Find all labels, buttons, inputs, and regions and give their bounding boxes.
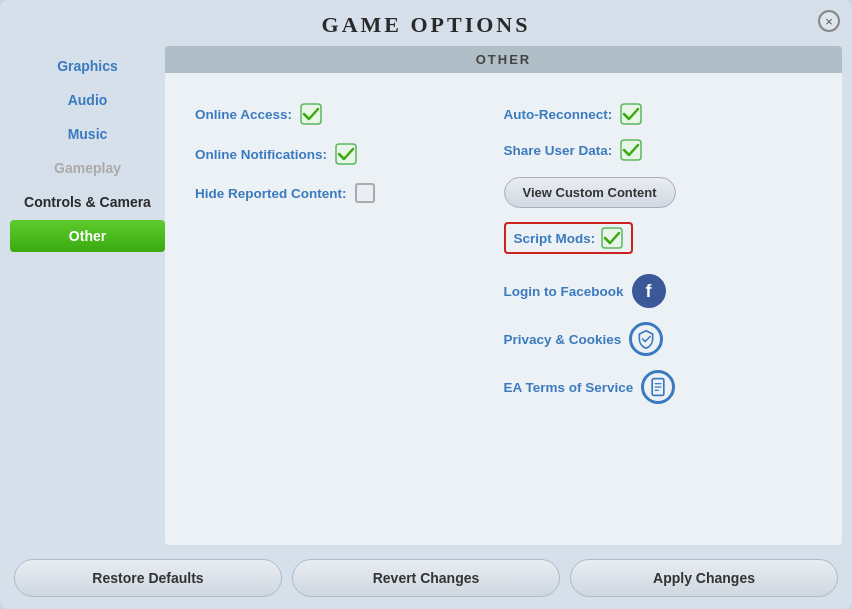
auto-reconnect-checkbox[interactable] — [620, 103, 642, 125]
revert-changes-button[interactable]: Revert Changes — [292, 559, 560, 597]
terms-row: EA Terms of Service — [504, 370, 813, 404]
login-facebook-label: Login to Facebook — [504, 284, 624, 299]
apply-changes-button[interactable]: Apply Changes — [570, 559, 838, 597]
main-layout: Graphics Audio Music Gameplay Controls &… — [10, 46, 842, 549]
view-custom-content-button[interactable]: View Custom Content — [504, 177, 676, 208]
share-user-data-checkbox[interactable] — [620, 139, 642, 161]
online-notifications-label: Online Notifications: — [195, 147, 327, 162]
title-bar: Game Options × — [0, 0, 852, 46]
privacy-label: Privacy & Cookies — [504, 332, 622, 347]
auto-reconnect-row: Auto-Reconnect: — [504, 103, 813, 125]
share-user-data-check-icon — [620, 139, 642, 161]
online-access-check-icon — [300, 103, 322, 125]
online-notifications-check-icon — [335, 143, 357, 165]
auto-reconnect-check-icon — [620, 103, 642, 125]
game-options-window: Game Options × Graphics Audio Music Game… — [0, 0, 852, 609]
script-mods-label: Script Mods: — [514, 231, 596, 246]
document-icon[interactable] — [641, 370, 675, 404]
left-column: Online Access: Online Notifications: — [195, 93, 504, 525]
script-mods-check-icon — [601, 227, 623, 249]
doc-icon — [648, 377, 668, 397]
terms-label: EA Terms of Service — [504, 380, 634, 395]
sidebar-item-music[interactable]: Music — [10, 118, 165, 150]
online-access-label: Online Access: — [195, 107, 292, 122]
share-user-data-label: Share User Data: — [504, 143, 613, 158]
sidebar: Graphics Audio Music Gameplay Controls &… — [10, 46, 165, 549]
shield-check-icon — [636, 329, 656, 349]
privacy-shield-icon[interactable] — [629, 322, 663, 356]
share-user-data-row: Share User Data: — [504, 139, 813, 161]
content-area: Other Online Access: — [165, 46, 842, 545]
options-columns: Online Access: Online Notifications: — [195, 93, 812, 525]
login-facebook-row: Login to Facebook f — [504, 274, 813, 308]
auto-reconnect-label: Auto-Reconnect: — [504, 107, 613, 122]
bottom-bar: Restore Defaults Revert Changes Apply Ch… — [0, 549, 852, 609]
sidebar-item-other[interactable]: Other — [10, 220, 165, 252]
restore-defaults-button[interactable]: Restore Defaults — [14, 559, 282, 597]
sidebar-item-gameplay[interactable]: Gameplay — [10, 152, 165, 184]
window-title: Game Options — [0, 12, 852, 38]
online-access-row: Online Access: — [195, 103, 504, 125]
close-button[interactable]: × — [818, 10, 840, 32]
view-custom-row: View Custom Content — [504, 177, 813, 208]
sidebar-item-graphics[interactable]: Graphics — [10, 50, 165, 82]
script-mods-box: Script Mods: — [504, 222, 634, 254]
content-header: Other — [165, 46, 842, 73]
online-access-checkbox[interactable] — [300, 103, 322, 125]
facebook-icon[interactable]: f — [632, 274, 666, 308]
hide-reported-checkbox[interactable] — [355, 183, 375, 203]
hide-reported-row: Hide Reported Content: — [195, 183, 504, 203]
sidebar-item-controls[interactable]: Controls & Camera — [10, 186, 165, 218]
right-column: Auto-Reconnect: Share User Data: — [504, 93, 813, 525]
hide-reported-label: Hide Reported Content: — [195, 186, 347, 201]
online-notifications-row: Online Notifications: — [195, 143, 504, 165]
script-mods-checkbox[interactable] — [601, 227, 623, 249]
sidebar-item-audio[interactable]: Audio — [10, 84, 165, 116]
content-body: Online Access: Online Notifications: — [165, 73, 842, 545]
script-mods-row: Script Mods: — [504, 222, 813, 254]
online-notifications-checkbox[interactable] — [335, 143, 357, 165]
privacy-row: Privacy & Cookies — [504, 322, 813, 356]
